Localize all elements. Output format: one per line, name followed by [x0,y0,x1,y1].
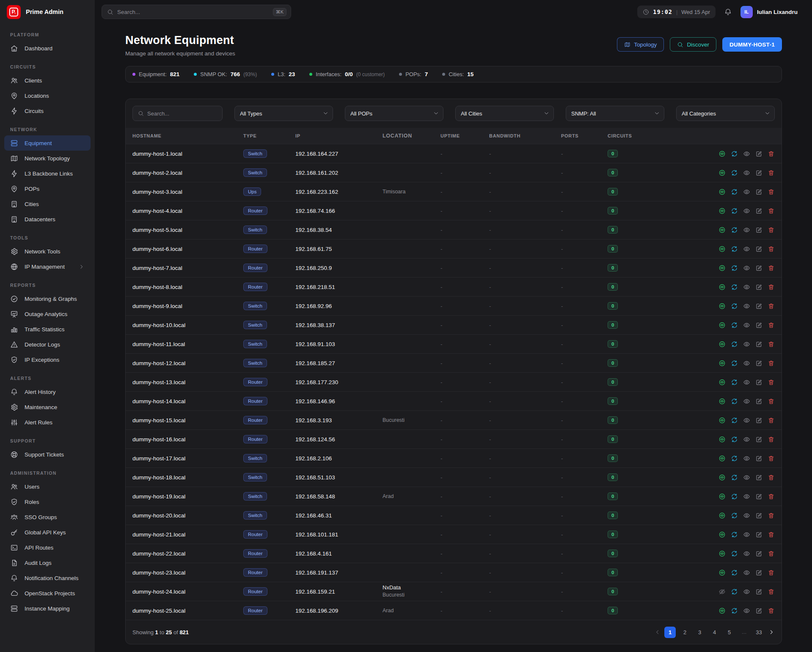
monitoring-view-button[interactable] [718,341,726,348]
view-button[interactable] [743,283,750,291]
table-row[interactable]: dummy-host-11.localSwitch192.168.91.103-… [126,334,782,353]
view-button[interactable] [743,303,750,310]
delete-button[interactable] [768,436,775,443]
edit-button[interactable] [755,417,762,424]
edit-button[interactable] [755,226,762,234]
sidebar-item-alert-history[interactable]: Alert History [4,384,91,399]
filter-select-all-categories-control[interactable]: All Categories [676,106,775,121]
table-row[interactable]: dummy-host-5.localSwitch192.168.38.54---… [126,220,782,239]
sidebar-item-l3-backbone-links[interactable]: L3 Backbone Links [4,166,91,181]
refresh-button[interactable] [731,455,738,462]
view-button[interactable] [743,245,750,253]
edit-button[interactable] [755,283,762,291]
global-search[interactable]: ⌘K [102,5,291,19]
sidebar-item-outage-analytics[interactable]: Outage Analytics [4,306,91,322]
edit-button[interactable] [755,436,762,443]
monitoring-view-button[interactable] [718,188,726,195]
monitoring-view-button[interactable] [718,550,726,557]
delete-button[interactable] [768,207,775,215]
sidebar-item-traffic-statistics[interactable]: Traffic Statistics [4,322,91,337]
table-row[interactable]: dummy-host-16.localRouter192.168.124.56-… [126,429,782,448]
monitoring-view-button[interactable] [718,512,726,519]
sidebar-item-clients[interactable]: Clients [4,73,91,88]
pagination-page-1[interactable]: 1 [664,627,676,638]
delete-button[interactable] [768,569,775,576]
edit-button[interactable] [755,455,762,462]
delete-button[interactable] [768,607,775,614]
monitoring-view-button[interactable] [718,398,726,405]
refresh-button[interactable] [731,417,738,424]
table-row[interactable]: dummy-host-23.localRouter192.168.191.137… [126,563,782,582]
user-menu[interactable]: IL Iulian Lixandru [740,6,802,18]
delete-button[interactable] [768,398,775,405]
sidebar-item-users[interactable]: Users [4,479,91,494]
edit-button[interactable] [755,303,762,310]
delete-button[interactable] [768,322,775,329]
monitoring-view-button[interactable] [718,474,726,481]
table-search[interactable] [132,106,223,121]
table-row[interactable]: dummy-host-10.localSwitch192.168.38.137-… [126,315,782,334]
monitoring-hidden-button[interactable] [718,588,726,595]
refresh-button[interactable] [731,531,738,538]
sidebar-item-locations[interactable]: Locations [4,88,91,103]
table-row[interactable]: dummy-host-13.localRouter192.168.177.230… [126,372,782,391]
sidebar-item-pops[interactable]: POPs [4,181,91,196]
view-button[interactable] [743,226,750,234]
refresh-button[interactable] [731,303,738,310]
dummy-host-1-button[interactable]: DUMMY-HOST-1 [722,37,782,52]
sidebar-item-roles[interactable]: Roles [4,494,91,509]
delete-button[interactable] [768,512,775,519]
table-row[interactable]: dummy-host-17.localSwitch192.168.2.106--… [126,448,782,468]
sidebar-item-global-api-keys[interactable]: Global API Keys [4,525,91,540]
refresh-button[interactable] [731,226,738,234]
view-button[interactable] [743,417,750,424]
delete-button[interactable] [768,226,775,234]
refresh-button[interactable] [731,264,738,272]
view-button[interactable] [743,398,750,405]
monitoring-view-button[interactable] [718,379,726,386]
discover-button[interactable]: Discover [670,37,716,52]
delete-button[interactable] [768,474,775,481]
delete-button[interactable] [768,264,775,272]
filter-select-all-types-control[interactable]: All Types [234,106,333,121]
monitoring-view-button[interactable] [718,531,726,538]
edit-button[interactable] [755,150,762,157]
table-row[interactable]: dummy-host-18.localSwitch192.168.51.103-… [126,468,782,487]
refresh-button[interactable] [731,607,738,614]
sidebar-item-openstack-projects[interactable]: OpenStack Projects [4,586,91,601]
table-row[interactable]: dummy-host-3.localUps192.168.223.162Timi… [126,182,782,201]
refresh-button[interactable] [731,169,738,176]
refresh-button[interactable] [731,188,738,195]
sidebar-item-support-tickets[interactable]: Support Tickets [4,447,91,462]
view-button[interactable] [743,493,750,500]
pagination-page-5[interactable]: 5 [724,627,735,638]
monitoring-view-button[interactable] [718,226,726,234]
filter-select-all-pops-control[interactable]: All POPs [345,106,443,121]
edit-button[interactable] [755,493,762,500]
view-button[interactable] [743,188,750,195]
monitoring-view-button[interactable] [718,436,726,443]
refresh-button[interactable] [731,150,738,157]
view-button[interactable] [743,322,750,329]
edit-button[interactable] [755,512,762,519]
refresh-button[interactable] [731,588,738,595]
pagination-prev-button[interactable] [654,629,661,635]
edit-button[interactable] [755,341,762,348]
sidebar-item-network-topology[interactable]: Network Topology [4,151,91,166]
table-row[interactable]: dummy-host-1.localSwitch192.168.164.227-… [126,144,782,163]
brand[interactable]: P. Prime Admin [0,0,95,24]
delete-button[interactable] [768,588,775,595]
sidebar-item-cities[interactable]: Cities [4,196,91,212]
edit-button[interactable] [755,379,762,386]
edit-button[interactable] [755,550,762,557]
edit-button[interactable] [755,322,762,329]
sidebar-item-datacenters[interactable]: Datacenters [4,212,91,227]
notifications-button[interactable] [724,8,732,16]
view-button[interactable] [743,531,750,538]
filter-select-snmp-all-control[interactable]: SNMP: All [566,106,664,121]
global-search-input[interactable] [117,9,269,15]
refresh-button[interactable] [731,283,738,291]
sidebar-item-sso-groups[interactable]: SSO Groups [4,509,91,525]
delete-button[interactable] [768,379,775,386]
view-button[interactable] [743,169,750,176]
